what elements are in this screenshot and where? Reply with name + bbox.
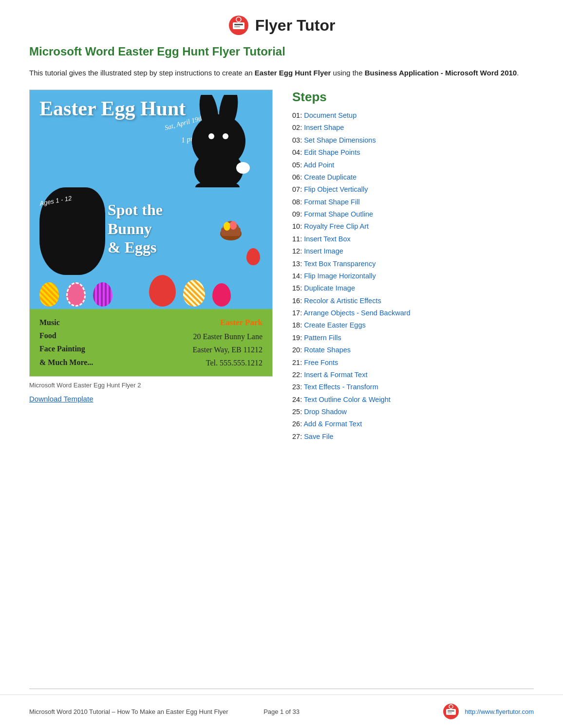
- step-num: 10:: [292, 222, 304, 230]
- step-label[interactable]: Save File: [304, 433, 333, 440]
- svg-rect-15: [221, 227, 241, 236]
- step-item: 15: Duplicate Image: [292, 282, 534, 294]
- svg-rect-19: [446, 709, 456, 715]
- svg-rect-20: [448, 710, 454, 711]
- step-item: 26: Add & Format Text: [292, 418, 534, 430]
- step-num: 22:: [292, 371, 304, 379]
- step-label[interactable]: Insert & Format Text: [304, 371, 367, 379]
- page-title: Microsoft Word Easter Egg Hunt Flyer Tut…: [29, 45, 534, 58]
- footer-page-info: Page 1 of 33: [263, 708, 300, 715]
- step-num: 06:: [292, 173, 304, 181]
- step-label[interactable]: Text Box Transparency: [304, 260, 376, 268]
- step-num: 27:: [292, 433, 304, 440]
- bunny-silhouette: [175, 95, 263, 190]
- header-title: Flyer Tutor: [255, 17, 336, 35]
- step-label[interactable]: Add & Format Text: [303, 420, 362, 428]
- step-item: 09: Format Shape Outline: [292, 208, 534, 220]
- step-item: 11: Insert Text Box: [292, 233, 534, 245]
- step-num: 17:: [292, 309, 303, 317]
- step-item: 17: Arrange Objects - Send Backward: [292, 307, 534, 319]
- left-column: Easter Egg Hunt Sat, April 19th 1 pm - 5…: [29, 90, 273, 403]
- svg-rect-2: [234, 24, 243, 25]
- svg-point-4: [236, 17, 241, 22]
- footer-divider: [29, 689, 534, 689]
- step-num: 05:: [292, 161, 303, 169]
- step-label[interactable]: Text Outline Color & Weight: [304, 396, 391, 403]
- step-num: 16:: [292, 297, 304, 305]
- step-item: 14: Flip Image Horizontally: [292, 270, 534, 282]
- step-num: 19:: [292, 334, 304, 342]
- svg-rect-1: [233, 22, 244, 29]
- header: Flyer Tutor: [29, 15, 534, 36]
- steps-title: Steps: [292, 90, 534, 105]
- step-label[interactable]: Edit Shape Points: [304, 148, 360, 156]
- step-label[interactable]: Insert Image: [304, 247, 343, 255]
- step-num: 26:: [292, 420, 303, 428]
- step-num: 20:: [292, 346, 304, 354]
- step-label[interactable]: Duplicate Image: [304, 284, 355, 292]
- step-item: 06: Create Duplicate: [292, 171, 534, 183]
- step-label[interactable]: Add Point: [303, 161, 334, 169]
- step-label[interactable]: Drop Shadow: [304, 408, 347, 416]
- basket-svg: [216, 212, 245, 241]
- step-item: 12: Insert Image: [292, 245, 534, 257]
- step-label[interactable]: Format Shape Outline: [304, 210, 373, 218]
- step-label[interactable]: Rotate Shapes: [304, 346, 351, 354]
- step-label[interactable]: Recolor & Artistic Effects: [304, 297, 381, 305]
- steps-list: 01: Document Setup02: Insert Shape03: Se…: [292, 109, 534, 443]
- step-item: 19: Pattern Fills: [292, 332, 534, 344]
- footer-doc-title: Microsoft Word 2010 Tutorial – How To Ma…: [29, 708, 228, 715]
- step-num: 18:: [292, 321, 304, 329]
- step-label[interactable]: Flip Image Horizontally: [304, 272, 375, 280]
- flyer-left-info: MusicFoodFace Painting& Much More...: [39, 316, 93, 369]
- step-num: 11:: [292, 235, 304, 243]
- step-item: 05: Add Point: [292, 159, 534, 171]
- step-item: 25: Drop Shadow: [292, 406, 534, 418]
- step-label[interactable]: Document Setup: [304, 111, 357, 119]
- svg-point-11: [236, 162, 250, 174]
- step-num: 09:: [292, 210, 304, 218]
- step-label[interactable]: Arrange Objects - Send Backward: [303, 309, 410, 317]
- step-label[interactable]: Text Effects - Transform: [304, 383, 378, 391]
- step-num: 15:: [292, 284, 304, 292]
- svg-point-17: [230, 221, 237, 230]
- step-item: 22: Insert & Format Text: [292, 369, 534, 381]
- egg-red-large: [149, 275, 176, 307]
- flyer-bottom: MusicFoodFace Painting& Much More... Eas…: [30, 309, 272, 376]
- egg-purple: [93, 282, 113, 307]
- step-num: 01:: [292, 111, 304, 119]
- step-num: 21:: [292, 359, 304, 366]
- page-wrapper: Flyer Tutor Microsoft Word Easter Egg Hu…: [0, 0, 563, 728]
- step-item: 21: Free Fonts: [292, 357, 534, 369]
- step-label[interactable]: Set Shape Dimensions: [304, 136, 376, 144]
- svg-point-9: [208, 133, 214, 139]
- download-link[interactable]: Download Template: [29, 395, 93, 403]
- step-num: 07:: [292, 185, 304, 193]
- step-label[interactable]: Flip Object Vertically: [304, 185, 368, 193]
- footer-website[interactable]: http://www.flyertutor.com: [465, 708, 534, 715]
- step-label[interactable]: Format Shape Fill: [304, 198, 359, 206]
- step-num: 24:: [292, 396, 304, 403]
- intro-text: This tutorial gives the illustrated step…: [29, 67, 534, 79]
- step-label[interactable]: Create Duplicate: [304, 173, 357, 181]
- intro-before: This tutorial gives the illustrated step…: [29, 69, 255, 77]
- step-item: 10: Royalty Free Clip Art: [292, 220, 534, 233]
- flyer-top: Easter Egg Hunt Sat, April 19th 1 pm - 5…: [30, 90, 272, 187]
- step-label[interactable]: Insert Shape: [304, 124, 344, 131]
- step-label[interactable]: Pattern Fills: [304, 334, 341, 342]
- footer-page-text: Page 1 of 33: [263, 708, 300, 715]
- step-num: 03:: [292, 136, 304, 144]
- step-label[interactable]: Royalty Free Clip Art: [304, 222, 369, 230]
- step-item: 04: Edit Shape Points: [292, 146, 534, 159]
- step-item: 01: Document Setup: [292, 109, 534, 122]
- step-num: 04:: [292, 148, 304, 156]
- flyer-tel: Tel. 555.555.1212: [206, 359, 263, 367]
- step-item: 03: Set Shape Dimensions: [292, 134, 534, 146]
- step-label[interactable]: Insert Text Box: [304, 235, 351, 243]
- step-label[interactable]: Create Easter Eggs: [304, 321, 366, 329]
- step-label[interactable]: Free Fonts: [304, 359, 338, 366]
- svg-rect-3: [234, 26, 240, 27]
- flyer-middle: Ages 1 - 12 Spot theBunny& Eggs: [30, 187, 272, 275]
- red-egg: [246, 248, 260, 265]
- intro-after: .: [517, 69, 519, 77]
